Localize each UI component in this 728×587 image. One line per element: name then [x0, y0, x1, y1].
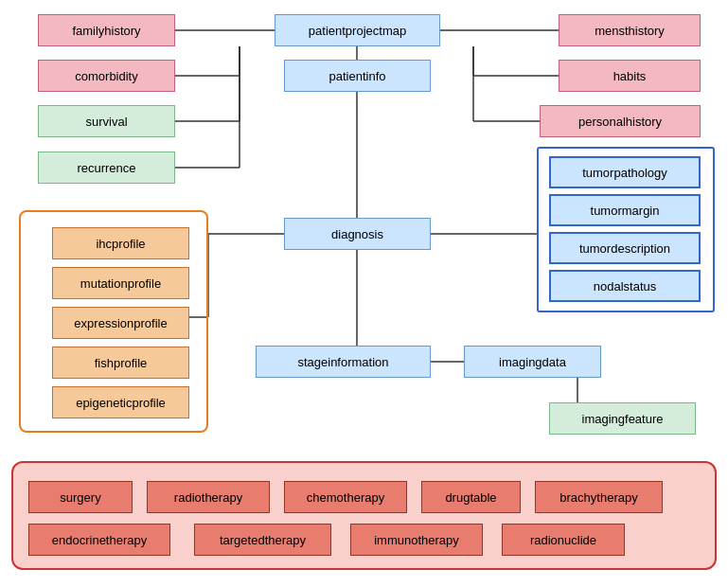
node-chemotherapy: chemotherapy: [284, 481, 407, 513]
node-expressionprofile: expressionprofile: [52, 307, 189, 339]
node-drugtable: drugtable: [421, 481, 521, 513]
node-tumorpathology: tumorpathology: [549, 156, 701, 188]
node-endocrinetherapy: endocrinetherapy: [28, 524, 170, 556]
node-mensthistory: mensthistory: [559, 14, 701, 46]
node-immunotherapy: immunotherapy: [350, 524, 483, 556]
node-survival: survival: [38, 105, 175, 137]
node-fishprofile: fishprofile: [52, 347, 189, 379]
node-personalhistory: personalhistory: [540, 105, 701, 137]
node-radiotherapy: radiotherapy: [147, 481, 270, 513]
node-tumordescription: tumordescription: [549, 232, 701, 264]
node-patientinfo: patientinfo: [284, 60, 431, 92]
node-habits: habits: [559, 60, 701, 92]
node-nodalstatus: nodalstatus: [549, 270, 701, 302]
node-epigeneticprofile: epigeneticprofile: [52, 386, 189, 418]
node-ihcprofile: ihcprofile: [52, 227, 189, 259]
node-tumormargin: tumormargin: [549, 194, 701, 226]
node-comorbidity: comorbidity: [38, 60, 175, 92]
node-familyhistory: familyhistory: [38, 14, 175, 46]
node-targetedtherapy: targetedtherapy: [194, 524, 331, 556]
node-diagnosis: diagnosis: [284, 218, 431, 250]
node-mutationprofile: mutationprofile: [52, 267, 189, 299]
node-surgery: surgery: [28, 481, 133, 513]
node-radionuclide: radionuclide: [502, 524, 625, 556]
node-stageinformation: stageinformation: [256, 346, 431, 378]
node-brachytherapy: brachytherapy: [535, 481, 663, 513]
node-imagingdata: imagingdata: [464, 346, 601, 378]
node-patientprojectmap: patientprojectmap: [275, 14, 440, 46]
node-recurrence: recurrence: [38, 151, 175, 184]
node-imagingfeature: imagingfeature: [549, 402, 696, 435]
diagram-canvas: familyhistorycomorbiditysurvivalrecurren…: [0, 0, 728, 587]
